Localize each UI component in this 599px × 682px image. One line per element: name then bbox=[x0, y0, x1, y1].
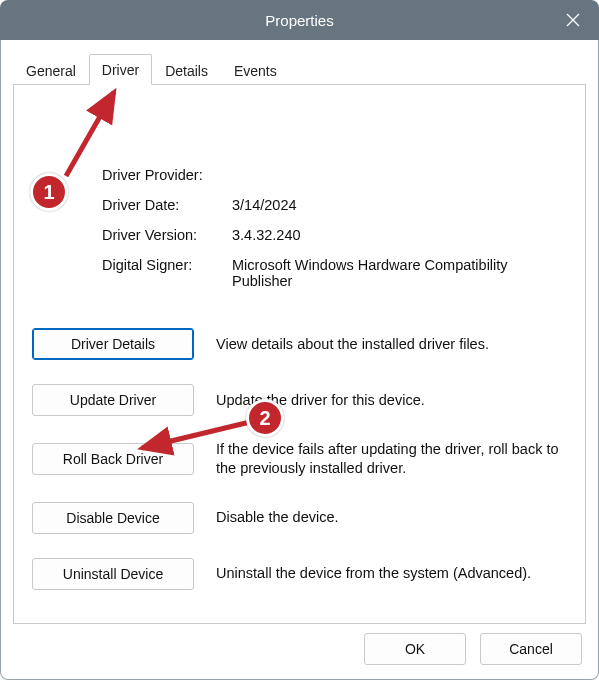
driver-actions: Driver Details View details about the in… bbox=[32, 328, 567, 590]
close-icon bbox=[566, 13, 580, 27]
tab-details[interactable]: Details bbox=[152, 55, 221, 85]
driver-details-desc: View details about the installed driver … bbox=[216, 335, 567, 354]
driver-version-value: 3.4.32.240 bbox=[232, 227, 560, 243]
driver-provider-label: Driver Provider: bbox=[102, 167, 232, 183]
tab-general[interactable]: General bbox=[13, 55, 89, 85]
digital-signer-label: Digital Signer: bbox=[102, 257, 232, 289]
window-title: Properties bbox=[265, 12, 333, 29]
driver-date-value: 3/14/2024 bbox=[232, 197, 560, 213]
driver-version-label: Driver Version: bbox=[102, 227, 232, 243]
dialog-client-area: General Driver Details Events Driver Pro… bbox=[0, 40, 599, 680]
roll-back-driver-desc: If the device fails after updating the d… bbox=[216, 440, 567, 478]
driver-provider-value bbox=[232, 167, 560, 183]
tab-strip: General Driver Details Events bbox=[13, 50, 586, 84]
driver-details-button[interactable]: Driver Details bbox=[32, 328, 194, 360]
disable-device-button[interactable]: Disable Device bbox=[32, 502, 194, 534]
window-close-button[interactable] bbox=[557, 4, 589, 36]
driver-info-block: Driver Provider: Driver Date: 3/14/2024 … bbox=[102, 167, 560, 303]
digital-signer-value: Microsoft Windows Hardware Compatibility… bbox=[232, 257, 560, 289]
update-driver-button[interactable]: Update Driver bbox=[32, 384, 194, 416]
annotation-badge-2: 2 bbox=[246, 399, 284, 437]
annotation-badge-1: 1 bbox=[30, 173, 68, 211]
roll-back-driver-button[interactable]: Roll Back Driver bbox=[32, 443, 194, 475]
tab-driver[interactable]: Driver bbox=[89, 54, 152, 85]
ok-button[interactable]: OK bbox=[364, 633, 466, 665]
driver-tab-panel: Driver Provider: Driver Date: 3/14/2024 … bbox=[13, 84, 586, 624]
driver-date-label: Driver Date: bbox=[102, 197, 232, 213]
tab-events[interactable]: Events bbox=[221, 55, 290, 85]
cancel-button[interactable]: Cancel bbox=[480, 633, 582, 665]
dialog-footer: OK Cancel bbox=[364, 633, 582, 665]
uninstall-device-button[interactable]: Uninstall Device bbox=[32, 558, 194, 590]
uninstall-device-desc: Uninstall the device from the system (Ad… bbox=[216, 564, 567, 583]
disable-device-desc: Disable the device. bbox=[216, 508, 567, 527]
titlebar: Properties bbox=[0, 0, 599, 40]
